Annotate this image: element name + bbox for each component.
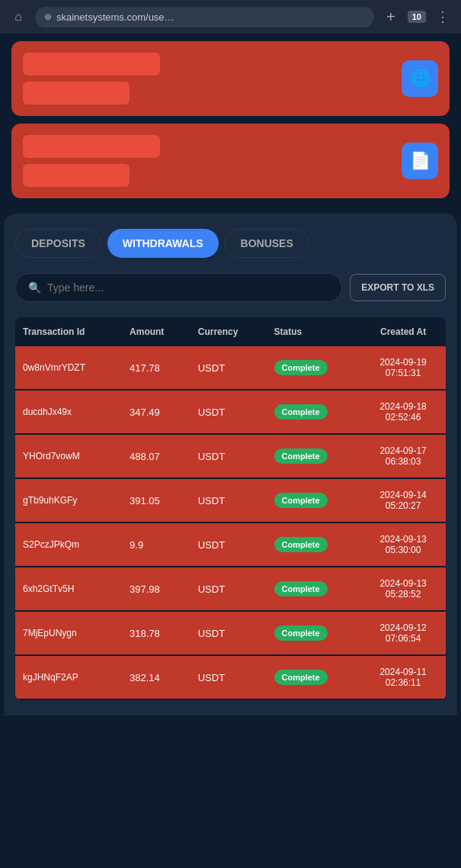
col-header-amount: Amount (122, 317, 190, 346)
tab-count[interactable]: 10 (408, 11, 426, 23)
table-row: gTb9uhKGFy 391.05 USDT Complete 2024-09-… (15, 478, 446, 522)
tab-bar: DEPOSITS WITHDRAWALS BONUSES (15, 229, 446, 258)
top-card-2: 📄 (11, 124, 450, 198)
cell-currency: USDT (190, 567, 267, 611)
cell-created-at: 2024-09-12 07:06:54 (360, 611, 446, 655)
redacted-content-1 (23, 53, 160, 104)
cell-status: Complete (267, 390, 361, 434)
cell-created-at: 2024-09-14 05:20:27 (360, 478, 446, 522)
cell-created-at: 2024-09-17 06:38:03 (360, 434, 446, 478)
browser-chrome: ⌂ ⊕ skainetsystems.com/use… + 10 ⋮ (0, 0, 461, 34)
cell-txn-id: 6xh2GtTv5H (15, 567, 122, 611)
cell-currency: USDT (190, 478, 267, 522)
table-row: ducdhJx49x 347.49 USDT Complete 2024-09-… (15, 390, 446, 434)
cell-created-at: 2024-09-18 02:52:46 (360, 390, 446, 434)
doc-button[interactable]: 📄 (402, 143, 438, 179)
main-panel: DEPOSITS WITHDRAWALS BONUSES 🔍 EXPORT TO… (4, 214, 457, 715)
cell-currency: USDT (190, 611, 267, 655)
cell-amount: 488.07 (122, 434, 190, 478)
cell-amount: 318.78 (122, 611, 190, 655)
search-export-row: 🔍 EXPORT TO XLS (15, 273, 446, 302)
cell-amount: 382.14 (122, 655, 190, 699)
tab-bonuses[interactable]: BONUSES (225, 229, 309, 258)
status-badge: Complete (274, 404, 328, 420)
cell-txn-id: S2PczJPkQm (15, 522, 122, 567)
search-input[interactable] (47, 281, 329, 294)
status-badge: Complete (274, 360, 328, 375)
privacy-icon: ⊕ (44, 11, 52, 22)
cell-created-at: 2024-09-13 05:28:52 (360, 567, 446, 611)
table-row: 7MjEpUNygn 318.78 USDT Complete 2024-09-… (15, 611, 446, 655)
export-button[interactable]: EXPORT TO XLS (350, 274, 446, 301)
status-badge: Complete (274, 581, 328, 596)
url-bar[interactable]: ⊕ skainetsystems.com/use… (35, 7, 374, 27)
cell-amount: 397.98 (122, 567, 190, 611)
table-row: kgJHNqF2AP 382.14 USDT Complete 2024-09-… (15, 655, 446, 699)
search-icon: 🔍 (28, 281, 41, 294)
col-header-currency: Currency (190, 317, 267, 346)
url-text: skainetsystems.com/use… (56, 11, 174, 23)
cell-status: Complete (267, 567, 361, 611)
cell-currency: USDT (190, 522, 267, 567)
cell-txn-id: 7MjEpUNygn (15, 611, 122, 655)
cell-currency: USDT (190, 390, 267, 434)
status-badge: Complete (274, 493, 328, 508)
cell-created-at: 2024-09-19 07:51:31 (360, 346, 446, 390)
cell-status: Complete (267, 611, 361, 655)
search-box[interactable]: 🔍 (15, 273, 342, 302)
col-header-created-at: Created At (360, 317, 446, 346)
cell-txn-id: YHOrd7vowM (15, 434, 122, 478)
table-row: YHOrd7vowM 488.07 USDT Complete 2024-09-… (15, 434, 446, 478)
cell-status: Complete (267, 655, 361, 699)
table-row: 0w8nVmrYDZT 417.78 USDT Complete 2024-09… (15, 346, 446, 390)
browser-menu-button[interactable]: ⋮ (432, 8, 453, 25)
cell-amount: 347.49 (122, 390, 190, 434)
status-badge: Complete (274, 625, 328, 641)
cell-txn-id: kgJHNqF2AP (15, 655, 122, 699)
cell-currency: USDT (190, 655, 267, 699)
cell-status: Complete (267, 522, 361, 567)
top-card-1: 🌐 (11, 41, 450, 116)
cell-status: Complete (267, 346, 361, 390)
table-row: 6xh2GtTv5H 397.98 USDT Complete 2024-09-… (15, 567, 446, 611)
transactions-table-wrapper: Transaction Id Amount Currency Status Cr… (15, 317, 446, 700)
home-button[interactable]: ⌂ (8, 6, 29, 27)
table-row: S2PczJPkQm 9.9 USDT Complete 2024-09-13 … (15, 522, 446, 567)
globe-button[interactable]: 🌐 (402, 60, 438, 97)
top-section: 🌐 📄 (0, 34, 461, 214)
cell-amount: 391.05 (122, 478, 190, 522)
cell-status: Complete (267, 434, 361, 478)
cell-currency: USDT (190, 346, 267, 390)
cell-created-at: 2024-09-11 02:36:11 (360, 655, 446, 699)
cell-status: Complete (267, 478, 361, 522)
cell-txn-id: gTb9uhKGFy (15, 478, 122, 522)
tab-deposits[interactable]: DEPOSITS (15, 229, 101, 258)
col-header-status: Status (267, 317, 361, 346)
add-tab-button[interactable]: + (380, 8, 402, 26)
cell-amount: 9.9 (122, 522, 190, 567)
status-badge: Complete (274, 670, 328, 685)
cell-txn-id: 0w8nVmrYDZT (15, 346, 122, 390)
tab-withdrawals[interactable]: WITHDRAWALS (107, 229, 219, 258)
cell-txn-id: ducdhJx49x (15, 390, 122, 434)
redacted-content-2 (23, 135, 160, 187)
cell-currency: USDT (190, 434, 267, 478)
cell-created-at: 2024-09-13 05:30:00 (360, 522, 446, 567)
transactions-table: Transaction Id Amount Currency Status Cr… (15, 317, 446, 700)
status-badge: Complete (274, 448, 328, 464)
col-header-txn-id: Transaction Id (15, 317, 122, 346)
status-badge: Complete (274, 537, 328, 552)
cell-amount: 417.78 (122, 346, 190, 390)
table-header-row: Transaction Id Amount Currency Status Cr… (15, 317, 446, 346)
